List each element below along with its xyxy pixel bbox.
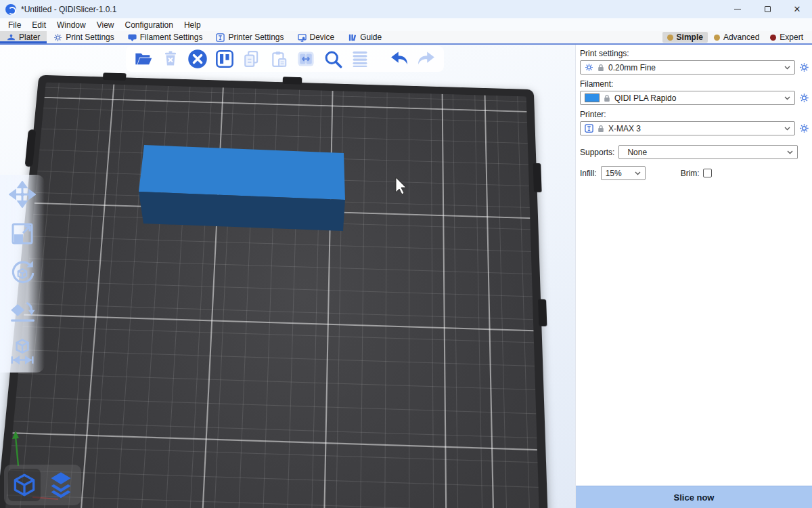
- guide-icon: [348, 33, 357, 42]
- layers-view-icon: [45, 471, 76, 499]
- rotate-tool-button[interactable]: [8, 259, 37, 287]
- printer-icon: [216, 33, 225, 42]
- search-icon: [323, 49, 342, 68]
- 3d-view-button[interactable]: [8, 469, 41, 501]
- open-folder-icon: [134, 49, 153, 68]
- open-file-button[interactable]: [133, 48, 154, 70]
- titlebar: *Untitled - QIDISlicer-1.0.1 ✕: [0, 0, 812, 18]
- infill-value: 15%: [606, 169, 631, 178]
- gizmo-toolbar: [0, 175, 45, 373]
- delete-all-button[interactable]: [187, 48, 208, 70]
- trash-icon: [162, 50, 179, 68]
- tab-label: Printer Settings: [228, 33, 284, 42]
- mode-simple[interactable]: Simple: [662, 32, 708, 43]
- menu-view[interactable]: View: [91, 18, 120, 31]
- 3d-viewport[interactable]: [0, 45, 575, 508]
- viewport-toolbar: [126, 46, 444, 72]
- chevron-down-icon: [784, 96, 790, 100]
- paste-button[interactable]: [268, 48, 290, 70]
- menu-configuration[interactable]: Configuration: [120, 18, 179, 31]
- tab-device[interactable]: Device: [291, 31, 342, 43]
- redo-button[interactable]: [415, 48, 437, 70]
- lock-icon: [597, 125, 604, 133]
- minimize-icon: [734, 9, 741, 9]
- mode-dot-simple: [667, 35, 673, 41]
- tab-guide[interactable]: Guide: [341, 31, 388, 43]
- slice-now-button[interactable]: Slice now: [576, 486, 812, 508]
- close-button[interactable]: ✕: [782, 0, 812, 18]
- mode-label: Advanced: [723, 33, 759, 42]
- variable-layer-height-button[interactable]: [349, 48, 371, 70]
- chevron-down-icon: [787, 150, 793, 154]
- lock-icon: [597, 64, 604, 72]
- add-instance-button[interactable]: [295, 48, 317, 70]
- brim-checkbox[interactable]: [703, 169, 712, 177]
- copy-button[interactable]: [241, 48, 263, 70]
- plater-icon: [7, 33, 16, 42]
- tab-label: Guide: [360, 33, 382, 42]
- layers-view-button[interactable]: [45, 469, 77, 501]
- menu-help[interactable]: Help: [179, 18, 206, 31]
- tab-printer-settings[interactable]: Printer Settings: [209, 31, 290, 43]
- app-icon: [5, 4, 16, 15]
- tab-plater[interactable]: Plater: [0, 31, 47, 43]
- printer-icon: [585, 124, 593, 133]
- print-settings-select[interactable]: 0.20mm Fine: [580, 60, 795, 75]
- filament-label: Filament:: [580, 79, 809, 89]
- search-button[interactable]: [322, 48, 344, 70]
- tab-filament-settings[interactable]: Filament Settings: [121, 31, 210, 43]
- menu-window[interactable]: Window: [51, 18, 91, 31]
- arrange-button[interactable]: [214, 48, 235, 70]
- filament-select[interactable]: QIDI PLA Rapido: [580, 91, 795, 105]
- menu-edit[interactable]: Edit: [26, 18, 51, 31]
- mode-advanced[interactable]: Advanced: [709, 32, 764, 43]
- window-controls: ✕: [723, 0, 812, 18]
- mode-label: Simple: [677, 33, 703, 42]
- mode-label: Expert: [780, 33, 803, 42]
- minimize-button[interactable]: [723, 0, 752, 18]
- printer-select[interactable]: X-MAX 3: [580, 121, 795, 135]
- print-settings-value: 0.20mm Fine: [608, 63, 780, 72]
- bed-clip: [538, 299, 547, 326]
- printer-value: X-MAX 3: [608, 124, 780, 133]
- supports-label: Supports:: [580, 148, 614, 157]
- filament-icon: [128, 33, 137, 42]
- copy-icon: [243, 50, 261, 68]
- chevron-down-icon: [784, 66, 790, 70]
- tab-print-settings[interactable]: Print Settings: [47, 31, 120, 43]
- move-icon: [9, 181, 36, 208]
- delete-button[interactable]: [160, 48, 181, 70]
- printer-gear-button[interactable]: [799, 123, 809, 133]
- tab-label: Print Settings: [66, 33, 114, 42]
- tabbar: Plater Print Settings Filament Settings …: [0, 31, 812, 45]
- 3d-view-cube-icon: [10, 471, 39, 499]
- maximize-button[interactable]: [752, 0, 782, 18]
- tab-label: Device: [310, 33, 335, 42]
- gear-icon: [585, 63, 593, 72]
- bed-plate: [0, 83, 543, 508]
- chevron-down-icon: [784, 127, 790, 131]
- infill-select[interactable]: 15%: [601, 166, 646, 180]
- place-on-face-tool-button[interactable]: [8, 298, 37, 326]
- sidebar: Print settings: 0.20mm Fine Filament:: [575, 45, 812, 508]
- tab-label: Filament Settings: [140, 33, 203, 42]
- tab-label: Plater: [19, 33, 40, 42]
- undo-button[interactable]: [388, 48, 410, 70]
- mode-expert[interactable]: Expert: [765, 32, 808, 43]
- maximize-icon: [765, 6, 771, 12]
- menu-file[interactable]: File: [3, 18, 26, 31]
- rotate-icon: [8, 259, 37, 287]
- filament-gear-button[interactable]: [799, 93, 809, 103]
- print-settings-label: Print settings:: [580, 49, 809, 58]
- bed-clip: [25, 129, 37, 167]
- move-tool-button[interactable]: [8, 180, 37, 209]
- measure-tool-button[interactable]: [8, 337, 37, 366]
- print-settings-gear-button[interactable]: [799, 62, 809, 72]
- bed-clip: [103, 72, 127, 81]
- scale-tool-button[interactable]: [8, 219, 37, 248]
- printer-label: Printer:: [580, 110, 809, 119]
- sidebar-content: Print settings: 0.20mm Fine Filament:: [576, 45, 812, 486]
- arrange-icon: [215, 49, 234, 68]
- undo-icon: [389, 49, 409, 69]
- supports-select[interactable]: None: [618, 145, 798, 159]
